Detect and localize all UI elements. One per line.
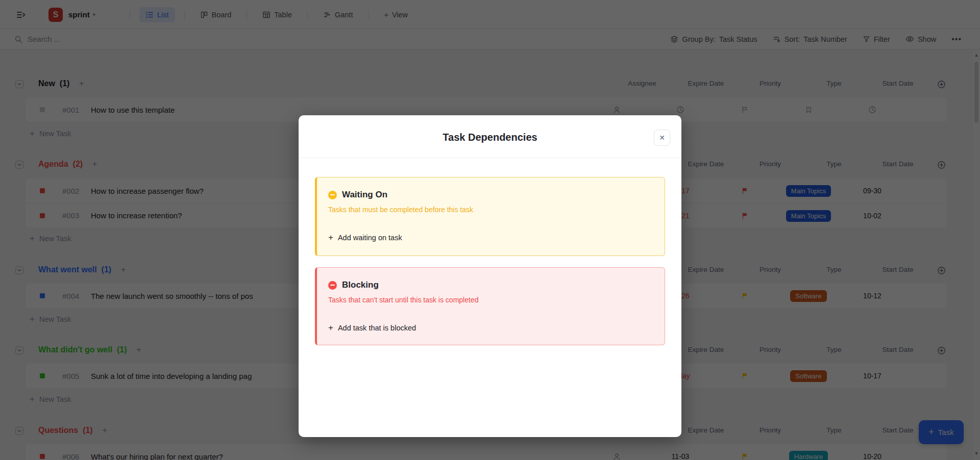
plus-icon: +	[328, 233, 333, 243]
blocking-section: Blocking Tasks that can't start until th…	[315, 267, 665, 345]
section-title: Waiting On	[342, 190, 387, 200]
minus-circle-icon	[328, 191, 337, 199]
section-subtitle: Tasks that can't start until this task i…	[328, 296, 478, 304]
plus-icon: +	[328, 323, 333, 333]
add-waiting-on-task-button[interactable]: + Add waiting on task	[328, 233, 402, 243]
section-title: Blocking	[342, 280, 379, 290]
close-icon[interactable]: ✕	[654, 130, 670, 146]
add-blocked-task-button[interactable]: + Add task that is blocked	[328, 323, 416, 333]
task-dependencies-modal: Task Dependencies ✕ Waiting On Tasks tha…	[299, 115, 681, 437]
app-window: S sprint ▾ List	[0, 0, 980, 460]
modal-header: Task Dependencies ✕	[299, 115, 681, 158]
waiting-on-section: Waiting On Tasks that must be completed …	[315, 177, 665, 256]
section-subtitle: Tasks that must be completed before this…	[328, 206, 473, 214]
modal-title: Task Dependencies	[299, 132, 681, 143]
minus-circle-icon	[328, 281, 337, 290]
